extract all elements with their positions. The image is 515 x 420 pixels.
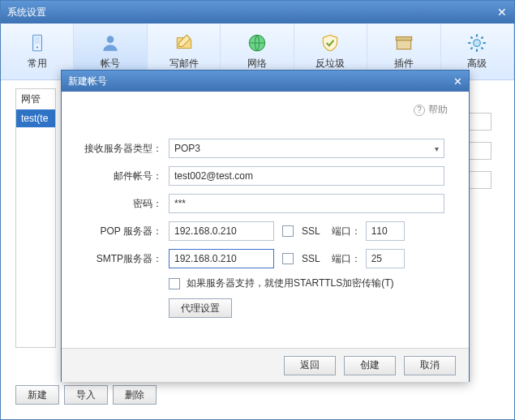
dialog-body: ? 帮助 接收服务器类型： POP3 ▾ 邮件帐号： 密码： bbox=[62, 92, 469, 348]
settings-window: 系统设置 ✕ 常用 帐号 写邮件 网络 反垃圾 插件 高级 bbox=[0, 0, 515, 420]
dialog-footer: 返回 创建 取消 bbox=[62, 348, 469, 382]
dialog-title: 新建帐号 bbox=[68, 75, 107, 88]
svg-rect-5 bbox=[397, 40, 410, 49]
shield-icon bbox=[320, 32, 341, 54]
gear-icon bbox=[466, 32, 487, 54]
smtp-port-input[interactable] bbox=[366, 249, 405, 268]
tab-label: 网络 bbox=[247, 57, 267, 71]
pop-port-input[interactable] bbox=[366, 221, 405, 241]
account-list: 网管 test(te bbox=[15, 88, 56, 348]
smtp-server-label: SMTP服务器： bbox=[83, 252, 169, 266]
smtp-ssl-checkbox[interactable] bbox=[282, 253, 294, 264]
chevron-down-icon: ▾ bbox=[435, 144, 439, 153]
close-icon[interactable]: ✕ bbox=[453, 75, 462, 88]
new-account-dialog: 新建帐号 ✕ ? 帮助 接收服务器类型： POP3 ▾ 邮件帐号： bbox=[61, 70, 470, 382]
starttls-checkbox[interactable] bbox=[169, 278, 180, 289]
svg-rect-1 bbox=[34, 36, 40, 44]
mail-account-label: 邮件帐号： bbox=[83, 169, 169, 183]
password-label: 密码： bbox=[83, 197, 169, 211]
recv-type-select[interactable]: POP3 ▾ bbox=[169, 139, 444, 158]
main-title: 系统设置 bbox=[7, 6, 46, 19]
main-titlebar: 系统设置 ✕ bbox=[1, 1, 514, 24]
ssl-label: SSL bbox=[302, 253, 320, 264]
svg-rect-6 bbox=[396, 36, 412, 40]
help-link[interactable]: ? 帮助 bbox=[414, 103, 448, 117]
starttls-label: 如果服务器支持，就使用STARTTLS加密传输(T) bbox=[187, 276, 394, 290]
tab-label: 反垃圾 bbox=[315, 57, 345, 71]
hdd-icon bbox=[27, 32, 48, 54]
dialog-titlebar: 新建帐号 ✕ bbox=[62, 71, 469, 92]
proxy-button[interactable]: 代理设置 bbox=[169, 298, 232, 318]
svg-point-7 bbox=[474, 40, 481, 47]
pop-server-label: POP 服务器： bbox=[83, 225, 169, 238]
pop-ssl-checkbox[interactable] bbox=[282, 225, 294, 237]
select-value: POP3 bbox=[174, 143, 200, 154]
svg-point-3 bbox=[107, 36, 114, 43]
tab-label: 帐号 bbox=[101, 57, 120, 71]
list-item[interactable]: 网管 bbox=[16, 89, 55, 109]
tab-label: 写邮件 bbox=[170, 57, 199, 71]
pop-server-input[interactable] bbox=[169, 221, 274, 241]
tab-label: 常用 bbox=[28, 57, 47, 71]
tab-label: 插件 bbox=[394, 57, 414, 71]
ssl-label: SSL bbox=[302, 225, 320, 237]
recv-type-label: 接收服务器类型： bbox=[83, 142, 169, 156]
list-item[interactable]: test(te bbox=[16, 109, 55, 127]
create-button[interactable]: 创建 bbox=[344, 356, 396, 375]
new-button[interactable]: 新建 bbox=[15, 385, 59, 405]
svg-point-2 bbox=[36, 46, 38, 48]
bottom-buttons: 新建 导入 删除 bbox=[15, 385, 157, 405]
delete-button[interactable]: 删除 bbox=[113, 385, 157, 405]
mail-account-input[interactable] bbox=[169, 166, 444, 186]
help-label: 帮助 bbox=[428, 103, 448, 117]
tab-label: 高级 bbox=[467, 57, 487, 71]
box-icon bbox=[393, 32, 414, 54]
password-input[interactable] bbox=[169, 194, 444, 213]
port-label: 端口： bbox=[332, 225, 361, 238]
help-icon: ? bbox=[414, 105, 425, 116]
port-label: 端口： bbox=[332, 252, 361, 266]
import-button[interactable]: 导入 bbox=[64, 385, 108, 405]
edit-icon bbox=[174, 32, 195, 54]
user-icon bbox=[100, 32, 121, 54]
globe-icon bbox=[247, 32, 268, 54]
close-icon[interactable]: ✕ bbox=[496, 6, 508, 18]
smtp-server-input[interactable] bbox=[169, 249, 274, 268]
back-button[interactable]: 返回 bbox=[284, 356, 336, 375]
form: 接收服务器类型： POP3 ▾ 邮件帐号： 密码： POP 服务器： bbox=[83, 139, 448, 318]
cancel-button[interactable]: 取消 bbox=[404, 356, 456, 375]
